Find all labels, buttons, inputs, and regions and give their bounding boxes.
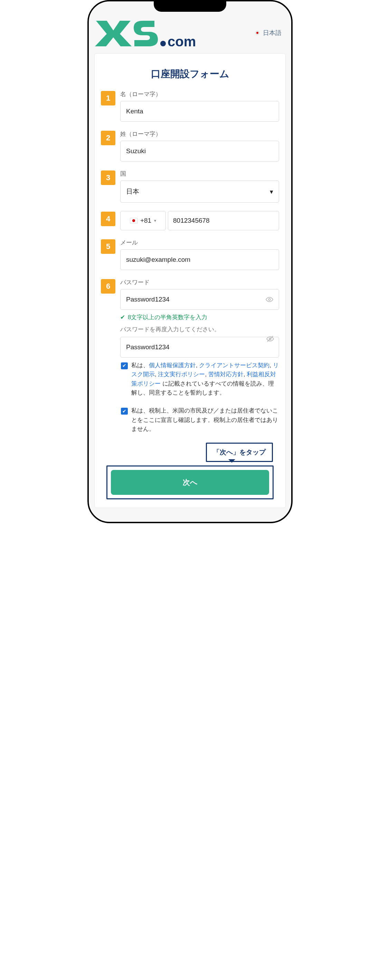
step-number: 5	[101, 239, 116, 254]
field-email: 5 メール suzuki@example.com	[101, 239, 279, 270]
consent-1-text: 私は、個人情報保護方針, クライアントサービス契約, リスク開示, 注文実行ポリ…	[131, 361, 279, 397]
callout: 「次へ」をタップ	[206, 442, 273, 462]
password-value: Password1234	[126, 296, 169, 303]
last-name-input[interactable]: Suzuki	[120, 141, 279, 161]
step-number: 6	[101, 279, 116, 294]
password-input[interactable]: Password1234	[120, 289, 279, 310]
password-label: パスワード	[120, 278, 279, 286]
chevron-down-icon: ▾	[270, 188, 273, 196]
first-name-input[interactable]: Kenta	[120, 101, 279, 122]
consent-link[interactable]: 注文実行ポリシー	[158, 371, 205, 378]
email-value: suzuki@example.com	[126, 256, 190, 264]
eye-icon[interactable]	[266, 296, 273, 303]
email-label: メール	[120, 239, 279, 247]
logo-svg: com	[95, 19, 199, 47]
language-selector[interactable]: 日本語	[255, 29, 282, 37]
password-confirm-label: パスワードを再度入力してください。	[120, 325, 279, 333]
phone-number-input[interactable]: 8012345678	[168, 211, 279, 230]
consent-2-checkbox[interactable]: ✔	[121, 408, 128, 415]
chevron-down-icon: ▾	[154, 218, 156, 223]
svg-text:com: com	[168, 34, 196, 47]
email-input[interactable]: suzuki@example.com	[120, 249, 279, 270]
svg-marker-0	[95, 21, 131, 46]
flag-icon	[255, 31, 260, 35]
password-hint-ok-text: 8文字以上の半角英数字を入力	[128, 313, 207, 321]
consent-2: ✔ 私は、税制上、米国の市民及び／または居住者でないことをここに宣言し確認します…	[121, 406, 279, 434]
country-select[interactable]: 日本 ▾	[120, 180, 279, 203]
password-confirm-input[interactable]: Password1234	[120, 337, 279, 358]
last-name-value: Suzuki	[126, 147, 146, 155]
country-value: 日本	[126, 187, 139, 196]
phone-code-value: +81	[140, 217, 151, 224]
first-name-value: Kenta	[126, 108, 143, 115]
step-number: 4	[101, 212, 116, 226]
field-phone: 4 +81 ▾ 8012345678	[101, 211, 279, 230]
language-label: 日本語	[263, 29, 282, 37]
consent-1-checkbox[interactable]: ✔	[121, 363, 128, 369]
consent-link[interactable]: 個人情報保護方針	[149, 362, 196, 369]
phone-country-code[interactable]: +81 ▾	[120, 211, 166, 230]
callout-wrap: 「次へ」をタップ	[107, 442, 273, 462]
form-title: 口座開設フォーム	[101, 67, 279, 81]
first-name-label: 名（ローマ字）	[120, 90, 279, 98]
svg-point-3	[268, 298, 271, 301]
field-last-name: 2 姓（ローマ字） Suzuki	[101, 130, 279, 161]
field-first-name: 1 名（ローマ字） Kenta	[101, 90, 279, 122]
eye-off-icon[interactable]	[266, 335, 274, 343]
field-password: 6 パスワード Password1234 ✔ 8文字以上の半角英数字を入力 パス…	[101, 278, 279, 358]
field-country: 3 国 日本 ▾	[101, 170, 279, 203]
phone-frame: com 日本語 口座開設フォーム 1 名（ローマ字） Kenta 2 姓（ローマ…	[87, 0, 293, 523]
password-hint-ok: ✔ 8文字以上の半角英数字を入力	[120, 313, 279, 321]
phone-notch	[154, 1, 226, 12]
submit-highlight: 次へ	[106, 465, 274, 500]
consent-link[interactable]: 苦情対応方針	[208, 371, 244, 378]
svg-point-1	[160, 41, 166, 46]
country-label: 国	[120, 170, 279, 178]
form-card: 口座開設フォーム 1 名（ローマ字） Kenta 2 姓（ローマ字） Suzuk…	[94, 53, 286, 508]
check-icon: ✔	[120, 313, 125, 321]
password-confirm-value: Password1234	[126, 344, 169, 351]
flag-jp-icon	[130, 218, 138, 223]
step-number: 2	[101, 131, 116, 145]
consent-2-text: 私は、税制上、米国の市民及び／または居住者でないことをここに宣言し確認します。税…	[131, 406, 279, 434]
step-number: 3	[101, 170, 116, 185]
phone-number-value: 8012345678	[173, 217, 210, 224]
last-name-label: 姓（ローマ字）	[120, 130, 279, 138]
logo: com	[95, 19, 199, 47]
consent-link[interactable]: クライアントサービス契約	[199, 362, 269, 369]
step-number: 1	[101, 91, 116, 105]
consent-1: ✔ 私は、個人情報保護方針, クライアントサービス契約, リスク開示, 注文実行…	[121, 361, 279, 397]
submit-button[interactable]: 次へ	[111, 470, 269, 495]
